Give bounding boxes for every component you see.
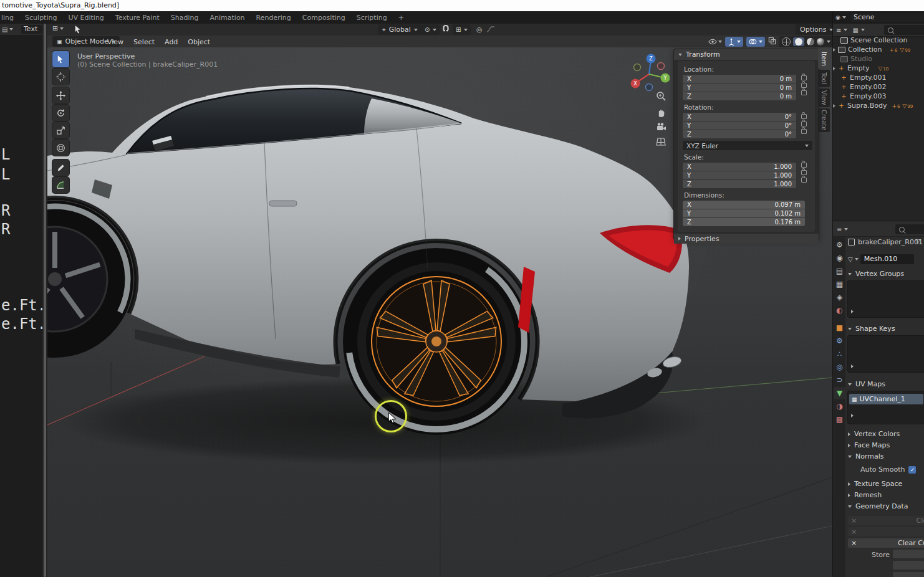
- outliner-row-empty[interactable]: + Empty ▽10: [833, 64, 924, 73]
- menu-object[interactable]: Object: [183, 36, 215, 48]
- viewport-pan-button[interactable]: [656, 107, 667, 120]
- tab-constraints[interactable]: ⊃: [834, 374, 845, 386]
- outliner-search[interactable]: [884, 25, 924, 35]
- rotation-z-field[interactable]: Z0°: [683, 130, 796, 138]
- viewport-camera-button[interactable]: [656, 122, 667, 133]
- scale-y-field[interactable]: Y1.000: [683, 171, 796, 179]
- viewport-zoom-button[interactable]: [656, 91, 667, 103]
- chevron-down-icon[interactable]: [844, 228, 848, 231]
- tab-object-data[interactable]: ▼: [834, 387, 845, 399]
- workspace-tab-rendering[interactable]: Rendering: [251, 12, 297, 23]
- workspace-tab-animation[interactable]: Animation: [205, 12, 251, 23]
- shading-material-button[interactable]: [807, 38, 814, 45]
- dimension-z-field[interactable]: Z0.176 m: [683, 218, 805, 226]
- scene-name-field[interactable]: Scene: [850, 13, 924, 22]
- tab-material[interactable]: ◑: [834, 400, 845, 412]
- add-workspace-button[interactable]: +: [393, 12, 410, 23]
- properties-editor-type-icon[interactable]: ≡: [837, 226, 842, 233]
- list-expand-icon[interactable]: [851, 414, 854, 417]
- workspace-tab-uv-editing[interactable]: UV Editing: [62, 12, 109, 23]
- outliner-row-collection[interactable]: Collection +6 ▽99: [833, 45, 924, 54]
- outliner-row-studio[interactable]: Studio: [833, 54, 924, 64]
- uv-maps-panel-header[interactable]: UV Maps: [848, 380, 885, 388]
- location-x-field[interactable]: X0 m: [683, 75, 796, 83]
- store-face-button[interactable]: [893, 572, 924, 577]
- expand-icon[interactable]: [833, 48, 835, 52]
- rotation-mode-dropdown[interactable]: XYZ Euler: [683, 141, 812, 150]
- npanel-tab-view[interactable]: View: [818, 88, 830, 107]
- object-visibility-dropdown[interactable]: [708, 38, 722, 45]
- tab-object[interactable]: ■: [834, 322, 845, 334]
- mesh-name-field[interactable]: Mesh.010: [860, 254, 914, 264]
- location-lock-column[interactable]: [801, 73, 807, 98]
- shape-keys-panel-header[interactable]: Shape Keys: [848, 325, 895, 333]
- tool-select-tweak[interactable]: [52, 51, 69, 67]
- outliner-row-scene-collection[interactable]: Scene Collection: [833, 36, 924, 45]
- npanel-tab-tool[interactable]: Tool: [818, 70, 830, 87]
- workspace-tab-scripting[interactable]: Scripting: [351, 12, 393, 23]
- tool-transform[interactable]: [52, 140, 69, 156]
- rotation-lock-column[interactable]: [801, 112, 807, 136]
- store-edge-button[interactable]: [893, 561, 924, 570]
- remesh-panel-header[interactable]: Remesh: [848, 491, 882, 499]
- transform-panel-header[interactable]: Transform: [674, 49, 819, 60]
- shading-wireframe-button[interactable]: [782, 37, 791, 46]
- clear-skin-data-button[interactable]: ×: [848, 527, 924, 536]
- workspace-tab-texture-paint[interactable]: Texture Paint: [110, 12, 165, 23]
- workspace-tab-modeling[interactable]: ling: [0, 12, 19, 23]
- outliner-row-empty003[interactable]: + Empty.003: [833, 92, 924, 101]
- text-editor-scrollbar[interactable]: [42, 24, 47, 577]
- vertex-colors-panel-header[interactable]: Vertex Colors: [848, 430, 900, 438]
- tool-move[interactable]: [52, 87, 69, 103]
- navigation-gizmo[interactable]: Z X Y: [628, 51, 670, 92]
- expand-icon[interactable]: [833, 104, 835, 108]
- shading-solid-button[interactable]: [793, 37, 804, 46]
- location-y-field[interactable]: Y0 m: [683, 83, 796, 92]
- vertex-groups-panel-header[interactable]: Vertex Groups: [848, 270, 904, 278]
- workspace-tab-shading[interactable]: Shading: [165, 12, 205, 23]
- properties-breadcrumb[interactable]: brakeCaliper_R001: [848, 238, 923, 246]
- proportional-editing-toggle[interactable]: ◎: [476, 26, 483, 34]
- shading-rendered-button[interactable]: [817, 38, 824, 45]
- workspace-tab-compositing[interactable]: Compositing: [297, 12, 351, 23]
- tab-physics[interactable]: ◎: [834, 361, 845, 373]
- tab-modifiers[interactable]: ⚙: [834, 335, 845, 347]
- expand-icon[interactable]: [833, 67, 835, 70]
- tab-particles[interactable]: ∴: [834, 348, 845, 360]
- scale-lock-column[interactable]: [801, 160, 807, 185]
- geometry-data-panel-header[interactable]: Geometry Data: [848, 502, 908, 510]
- face-maps-panel-header[interactable]: Face Maps: [848, 441, 890, 449]
- npanel-tab-item[interactable]: Item: [818, 49, 830, 69]
- transform-orientation-dropdown[interactable]: ⌖ Global: [378, 24, 422, 35]
- auto-smooth-checkbox[interactable]: ✓: [908, 466, 916, 474]
- pivot-point-dropdown[interactable]: ⊙: [421, 24, 440, 35]
- overlays-toggle[interactable]: [746, 37, 765, 47]
- chevron-down-icon[interactable]: [861, 29, 865, 31]
- tool-cursor[interactable]: [52, 69, 69, 85]
- workspace-tab-sculpting[interactable]: Sculpting: [19, 12, 62, 23]
- list-expand-icon[interactable]: [851, 365, 854, 368]
- texture-space-panel-header[interactable]: Texture Space: [848, 480, 902, 488]
- snap-with-dropdown[interactable]: ⊞: [453, 24, 471, 35]
- outliner-row-empty001[interactable]: + Empty.001: [833, 73, 924, 82]
- text-editor-type-icon[interactable]: ▤: [2, 26, 7, 33]
- gizmos-toggle[interactable]: [725, 37, 743, 47]
- store-vertex-button[interactable]: [893, 550, 924, 558]
- properties-search[interactable]: [895, 224, 924, 234]
- proportional-falloff-dropdown[interactable]: [486, 25, 495, 36]
- menu-select[interactable]: Select: [128, 36, 160, 48]
- uv-channel-list-item[interactable]: ▦ UVChannel_1: [849, 394, 923, 404]
- rotation-x-field[interactable]: X0°: [683, 113, 796, 121]
- xray-toggle[interactable]: [768, 37, 776, 47]
- tab-output[interactable]: ▤: [834, 265, 845, 277]
- normals-panel-header[interactable]: Normals: [848, 452, 884, 460]
- scale-z-field[interactable]: Z1.000: [683, 180, 796, 188]
- scrollbar-thumb[interactable]: [44, 24, 46, 577]
- tab-scene[interactable]: ◈: [834, 291, 845, 303]
- npanel-tab-create[interactable]: Create: [818, 108, 830, 132]
- clear-sculpt-mask-button[interactable]: × Cle: [848, 516, 924, 525]
- chevron-down-icon[interactable]: [827, 41, 830, 43]
- tool-measure[interactable]: [52, 177, 69, 193]
- properties-subpanel-header[interactable]: Properties: [674, 234, 819, 244]
- menu-view[interactable]: View: [102, 36, 128, 48]
